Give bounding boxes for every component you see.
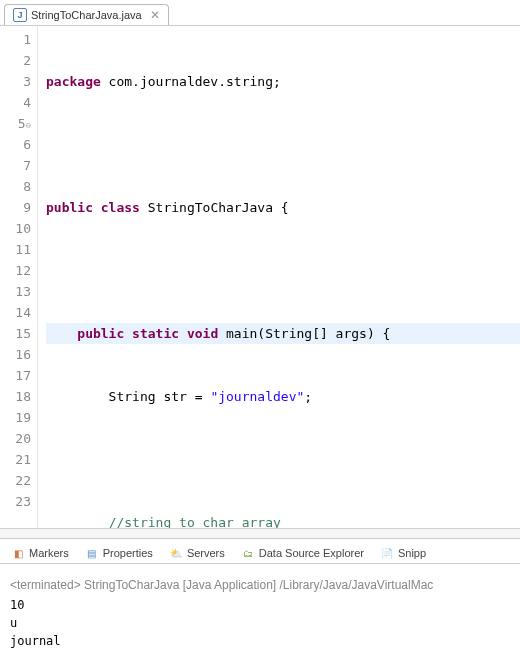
line-number: 9 — [0, 197, 31, 218]
line-number: 20 — [0, 428, 31, 449]
tab-label: Data Source Explorer — [259, 547, 364, 559]
line-number: 5⊖ — [0, 113, 31, 134]
console-line: u — [10, 614, 510, 632]
tab-data-source-explorer[interactable]: 🗂 Data Source Explorer — [234, 544, 371, 562]
line-number: 4 — [0, 92, 31, 113]
tab-properties[interactable]: ▤ Properties — [78, 544, 160, 562]
line-number: 19 — [0, 407, 31, 428]
editor-tabs: J StringToCharJava.java ✕ — [0, 0, 520, 26]
line-number: 7 — [0, 155, 31, 176]
code-editor[interactable]: 1 2 3 4 5⊖ 6 7 8 9 10 11 12 13 14 15 16 … — [0, 26, 520, 528]
line-number: 18 — [0, 386, 31, 407]
file-tab[interactable]: J StringToCharJava.java ✕ — [4, 4, 169, 25]
tab-snippets[interactable]: 📄 Snipp — [373, 544, 433, 562]
line-number: 15 — [0, 323, 31, 344]
line-number: 10 — [0, 218, 31, 239]
tab-label: Snipp — [398, 547, 426, 559]
markers-icon: ◧ — [11, 546, 25, 560]
line-number: 2 — [0, 50, 31, 71]
line-gutter: 1 2 3 4 5⊖ 6 7 8 9 10 11 12 13 14 15 16 … — [0, 26, 38, 528]
tab-servers[interactable]: ⛅ Servers — [162, 544, 232, 562]
console-line: 10 — [10, 596, 510, 614]
line-number: 21 — [0, 449, 31, 470]
tab-filename: StringToCharJava.java — [31, 9, 142, 21]
properties-icon: ▤ — [85, 546, 99, 560]
line-number: 3 — [0, 71, 31, 92]
tab-label: Servers — [187, 547, 225, 559]
code-content[interactable]: package com.journaldev.string; public cl… — [38, 26, 520, 528]
line-number: 12 — [0, 260, 31, 281]
tab-label: Markers — [29, 547, 69, 559]
line-number: 23 — [0, 491, 31, 512]
line-number: 17 — [0, 365, 31, 386]
data-source-icon: 🗂 — [241, 546, 255, 560]
tab-markers[interactable]: ◧ Markers — [4, 544, 76, 562]
console-header: <terminated> StringToCharJava [Java Appl… — [10, 570, 510, 596]
line-number: 11 — [0, 239, 31, 260]
line-number: 6 — [0, 134, 31, 155]
bottom-tabs: ◧ Markers ▤ Properties ⛅ Servers 🗂 Data … — [0, 538, 520, 564]
tab-label: Properties — [103, 547, 153, 559]
line-number: 13 — [0, 281, 31, 302]
snippets-icon: 📄 — [380, 546, 394, 560]
line-number: 8 — [0, 176, 31, 197]
panel-divider[interactable] — [0, 528, 520, 538]
line-number: 16 — [0, 344, 31, 365]
console-view[interactable]: <terminated> StringToCharJava [Java Appl… — [0, 564, 520, 656]
line-number: 22 — [0, 470, 31, 491]
java-file-icon: J — [13, 8, 27, 22]
line-number: 14 — [0, 302, 31, 323]
close-icon[interactable]: ✕ — [146, 8, 160, 22]
line-number: 1 — [0, 29, 31, 50]
console-output: 10 u journal — [10, 596, 510, 650]
console-line: journal — [10, 632, 510, 650]
servers-icon: ⛅ — [169, 546, 183, 560]
